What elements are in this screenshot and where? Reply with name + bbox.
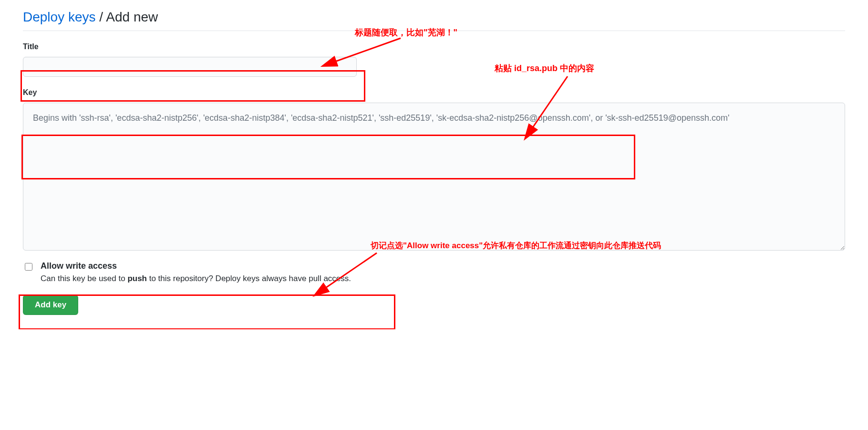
breadcrumb-current: Add new bbox=[106, 10, 158, 24]
allow-write-row: Allow write access Can this key be used … bbox=[23, 261, 845, 283]
add-key-button[interactable]: Add key bbox=[23, 295, 78, 315]
title-input[interactable] bbox=[23, 57, 357, 77]
key-label: Key bbox=[23, 88, 845, 97]
page-title: Deploy keys / Add new bbox=[23, 10, 845, 31]
key-textarea[interactable] bbox=[23, 103, 845, 251]
form-container: Deploy keys / Add new Title Key Allow wr… bbox=[0, 0, 868, 329]
allow-write-label: Allow write access bbox=[41, 261, 351, 271]
allow-write-checkbox[interactable] bbox=[25, 263, 32, 271]
allow-write-description: Can this key be used to push to this rep… bbox=[41, 274, 351, 283]
deploy-keys-link[interactable]: Deploy keys bbox=[23, 10, 96, 24]
title-label: Title bbox=[23, 42, 845, 51]
breadcrumb-sep: / bbox=[96, 10, 106, 24]
